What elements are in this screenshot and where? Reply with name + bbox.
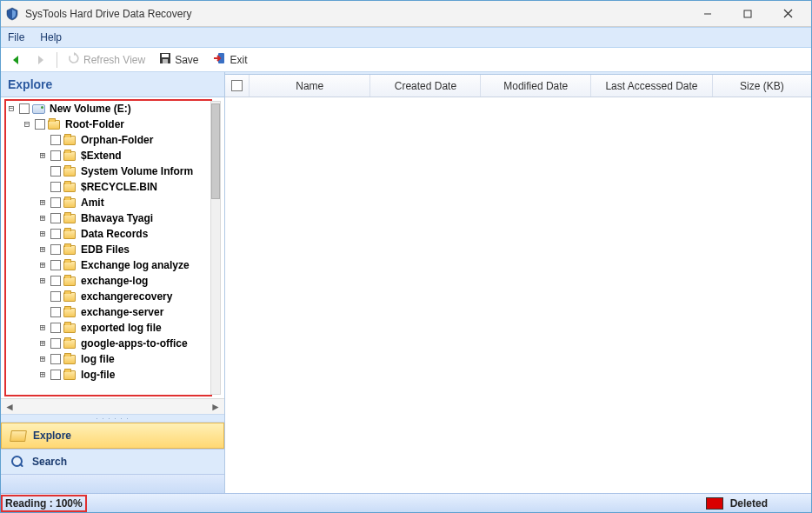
node-checkbox[interactable] [50,150,61,161]
node-checkbox[interactable] [19,103,30,114]
node-checkbox[interactable] [50,323,61,333]
expand-toggle[interactable]: ⊞ [37,242,48,257]
sidebar-tabs: Explore Search [1,423,224,493]
node-checkbox[interactable] [50,197,61,208]
tree-node[interactable]: exchange-server [6,304,221,320]
refresh-label: Refresh View [83,54,145,66]
folder-icon [63,290,77,303]
tree-node[interactable]: exchangerecovery [6,289,221,304]
legend-deleted-label: Deleted [730,497,768,510]
tree-node[interactable]: ⊞exchange-log [6,273,221,289]
maximize-button[interactable] [728,1,768,27]
drive-icon [32,103,46,115]
expand-toggle[interactable]: ⊞ [37,195,48,210]
exit-label: Exit [230,54,248,66]
horizontal-scrollbar[interactable]: ◄► [1,398,224,414]
node-checkbox[interactable] [50,213,61,223]
toolbar: Refresh View Save Exit [1,48,811,72]
close-button[interactable] [768,1,808,27]
folder-icon [63,259,77,271]
tree-node[interactable]: ⊟Root-Folder [6,117,221,132]
folder-icon [63,181,77,193]
tree-node[interactable]: ⊞$Extend [6,148,221,163]
node-checkbox[interactable] [50,354,61,364]
resize-grip[interactable]: · · · · · · [1,414,224,423]
node-checkbox[interactable] [50,244,61,255]
node-checkbox[interactable] [50,307,61,317]
expand-toggle[interactable]: ⊞ [37,210,48,226]
tree-node[interactable]: ⊞exported log file [6,320,221,336]
node-label: Amit [81,195,104,210]
exit-button[interactable]: Exit [208,50,253,69]
folder-icon [63,275,77,287]
node-checkbox[interactable] [50,182,61,192]
node-checkbox[interactable] [50,291,61,302]
expand-toggle[interactable]: ⊟ [22,117,32,132]
nav-back-button[interactable] [6,53,27,67]
column-last-accessed[interactable]: Last Accessed Date [591,75,712,97]
tree-node[interactable]: ⊞Amit [6,195,221,210]
tab-search[interactable]: Search [1,449,224,474]
tree-node[interactable]: System Volume Inform [6,163,221,179]
tree-node[interactable]: ⊞log file [6,351,221,367]
node-label: log-file [81,367,115,383]
folder-icon [63,337,77,350]
column-modified-date[interactable]: Modified Date [481,75,591,97]
tree-node[interactable]: ⊞log-file [6,367,221,383]
save-label: Save [175,54,198,66]
column-created-date[interactable]: Created Date [370,75,481,97]
tree-node[interactable]: ⊞Exchange log analyze [6,257,221,273]
tab-explore[interactable]: Explore [1,423,224,449]
expand-toggle[interactable]: ⊞ [37,148,48,163]
exit-icon [213,52,227,67]
folder-icon [63,150,77,162]
tree-node[interactable]: Orphan-Folder [6,132,221,148]
node-checkbox[interactable] [50,166,61,177]
tree-node[interactable]: ⊞Bhavaya Tyagi [6,210,221,226]
save-button[interactable]: Save [154,50,203,69]
expand-toggle[interactable]: ⊞ [37,273,48,289]
refresh-icon [68,52,80,67]
node-label: google-apps-to-office [81,336,188,351]
refresh-button[interactable]: Refresh View [63,50,150,69]
expand-toggle[interactable]: ⊞ [37,320,48,336]
tree-node[interactable]: ⊞EDB Files [6,242,221,257]
scroll-thumb[interactable] [211,103,220,199]
node-checkbox[interactable] [50,229,61,239]
expand-toggle[interactable]: ⊞ [37,367,48,383]
column-size[interactable]: Size (KB) [713,75,811,97]
vertical-scrollbar[interactable] [210,101,221,395]
node-label: Root-Folder [65,117,124,132]
expand-toggle[interactable]: ⊞ [37,336,48,351]
folder-icon [63,197,77,209]
explore-header: Explore [1,72,224,97]
expand-toggle[interactable]: ⊞ [37,257,48,273]
node-checkbox[interactable] [50,338,61,349]
explore-tab-label: Explore [33,430,71,442]
menu-bar: File Help [1,27,811,48]
expand-toggle[interactable]: ⊞ [37,226,48,242]
folder-icon [63,369,77,381]
node-checkbox[interactable] [50,135,61,145]
folder-icon [63,212,77,224]
node-checkbox[interactable] [35,119,45,130]
select-all-checkbox[interactable] [225,75,250,97]
column-name[interactable]: Name [250,75,370,97]
expand-toggle[interactable]: ⊟ [6,101,17,117]
node-checkbox[interactable] [50,260,61,270]
node-label: $RECYCLE.BIN [81,179,157,195]
nav-forward-button[interactable] [30,53,51,67]
minimize-button[interactable] [688,1,728,27]
folder-icon [63,353,77,365]
menu-file[interactable]: File [8,31,24,43]
node-label: Orphan-Folder [81,132,153,148]
expand-toggle[interactable]: ⊞ [37,351,48,367]
node-checkbox[interactable] [50,276,61,286]
folder-tree[interactable]: ⊟New Volume (E:)⊟Root-FolderOrphan-Folde… [6,101,221,398]
tree-node[interactable]: ⊟New Volume (E:) [6,101,221,117]
tree-node[interactable]: ⊞Data Records [6,226,221,242]
menu-help[interactable]: Help [40,31,62,43]
tree-node[interactable]: ⊞google-apps-to-office [6,336,221,351]
node-checkbox[interactable] [50,370,61,380]
tree-node[interactable]: $RECYCLE.BIN [6,179,221,195]
